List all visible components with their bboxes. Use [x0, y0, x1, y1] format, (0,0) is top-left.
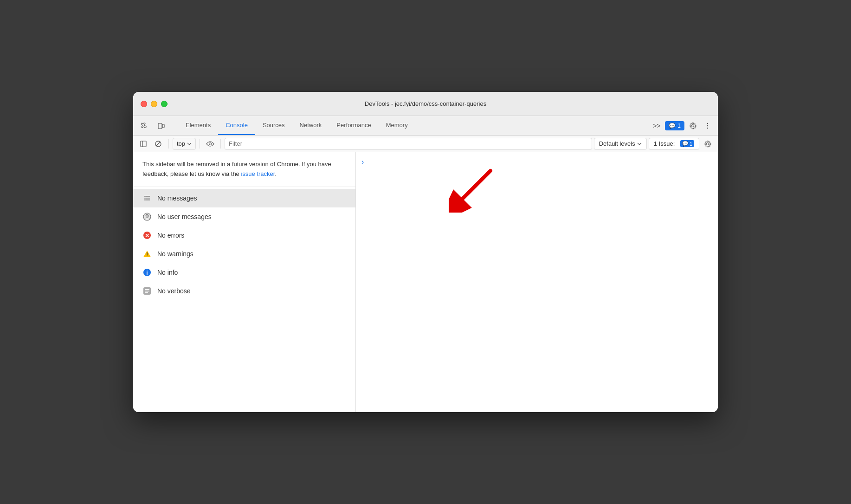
tab-elements[interactable]: Elements	[178, 116, 218, 135]
issue-badge-chat-icon: 💬	[682, 141, 689, 147]
tab-bar: Elements Console Sources Network Perform…	[133, 116, 718, 136]
device-icon[interactable]	[154, 118, 168, 133]
svg-text:!: !	[146, 252, 148, 257]
warning-icon: !	[142, 249, 152, 258]
block-icon[interactable]	[152, 137, 165, 150]
sidebar-item-no-warnings[interactable]: ! No warnings	[133, 245, 355, 263]
tab-bar-right: >> 💬 1	[650, 116, 714, 135]
devtools-window: DevTools - jec.fyi/demo/css-container-qu…	[133, 92, 718, 412]
svg-point-4	[707, 127, 708, 128]
svg-point-15	[146, 214, 148, 217]
svg-rect-11	[146, 198, 150, 199]
sidebar-item-no-user-messages[interactable]: No user messages	[133, 207, 355, 226]
svg-rect-22	[145, 289, 149, 290]
svg-rect-13	[146, 200, 150, 200]
toolbar-divider-2	[200, 139, 200, 149]
sidebar-menu: No messages No user messages	[133, 187, 355, 302]
more-options-icon[interactable]	[701, 119, 714, 132]
minimize-button[interactable]	[151, 101, 157, 107]
no-user-messages-label: No user messages	[157, 213, 212, 220]
sidebar-item-no-verbose[interactable]: No verbose	[133, 282, 355, 300]
issue-badge[interactable]: 💬 1	[665, 121, 684, 130]
svg-rect-23	[145, 291, 149, 291]
user-icon	[142, 212, 152, 221]
issue-badge-count: 1	[677, 123, 681, 129]
svg-rect-12	[144, 200, 146, 200]
sidebar-item-no-messages[interactable]: No messages	[133, 189, 355, 207]
list-icon	[142, 194, 152, 203]
console-output-area: ›	[356, 152, 718, 412]
tab-network[interactable]: Network	[292, 116, 329, 135]
tab-memory[interactable]: Memory	[379, 116, 415, 135]
console-toolbar: top Default levels 1 Issue: 💬 1	[133, 136, 718, 152]
default-levels-selector[interactable]: Default levels	[594, 138, 647, 150]
console-chevron-icon[interactable]: ›	[360, 156, 366, 168]
svg-text:✕: ✕	[145, 232, 149, 239]
toolbar-divider	[168, 139, 169, 149]
tab-bar-left-icons	[137, 116, 174, 135]
svg-rect-24	[145, 292, 148, 293]
svg-rect-9	[146, 196, 150, 197]
sidebar-notice-text-before: This sidebar will be removed in a future…	[142, 161, 331, 177]
issue-count-badge: 💬 1	[680, 140, 694, 147]
svg-rect-0	[158, 123, 162, 129]
title-bar: DevTools - jec.fyi/demo/css-container-qu…	[133, 92, 718, 116]
svg-rect-5	[141, 141, 146, 147]
issue-count-button[interactable]: 1 Issue: 💬 1	[649, 138, 699, 150]
annotation-arrow	[449, 166, 504, 213]
issue-tracker-link[interactable]: issue tracker	[241, 170, 275, 177]
verbose-icon	[142, 286, 152, 296]
svg-text:i: i	[146, 269, 148, 276]
close-button[interactable]	[141, 101, 147, 107]
eye-icon[interactable]	[204, 137, 217, 150]
window-title: DevTools - jec.fyi/demo/css-container-qu…	[365, 100, 486, 107]
sidebar-notice: This sidebar will be removed in a future…	[133, 152, 355, 187]
more-tabs-button[interactable]: >>	[650, 119, 663, 132]
tab-console[interactable]: Console	[218, 116, 255, 135]
maximize-button[interactable]	[161, 101, 168, 107]
console-settings-icon[interactable]	[701, 137, 714, 150]
issue-count-text: 1 Issue:	[654, 140, 675, 147]
issue-badge-icon: 💬	[669, 123, 676, 129]
svg-point-3	[707, 125, 708, 126]
svg-point-7	[209, 142, 212, 145]
main-content: This sidebar will be removed in a future…	[133, 152, 718, 412]
svg-point-2	[707, 123, 708, 123]
filter-input[interactable]	[225, 138, 592, 150]
inspector-icon[interactable]	[137, 118, 152, 133]
svg-rect-8	[144, 196, 146, 197]
top-selector-label: top	[177, 140, 185, 147]
svg-rect-10	[144, 198, 146, 199]
info-icon: i	[142, 268, 152, 277]
settings-icon[interactable]	[686, 119, 699, 132]
svg-rect-1	[162, 124, 164, 128]
no-warnings-label: No warnings	[157, 250, 193, 258]
top-context-selector[interactable]: top	[173, 138, 196, 150]
toolbar-divider-3	[220, 139, 221, 149]
console-sidebar: This sidebar will be removed in a future…	[133, 152, 356, 412]
tab-sources[interactable]: Sources	[255, 116, 292, 135]
no-errors-label: No errors	[157, 232, 184, 239]
no-info-label: No info	[157, 269, 178, 276]
no-messages-label: No messages	[157, 194, 197, 202]
error-icon: ✕	[142, 231, 152, 240]
back-button[interactable]	[137, 137, 150, 150]
traffic-lights	[141, 101, 168, 107]
sidebar-item-no-info[interactable]: i No info	[133, 263, 355, 282]
no-verbose-label: No verbose	[157, 287, 191, 295]
sidebar-notice-text-after: .	[275, 170, 277, 177]
sidebar-item-no-errors[interactable]: ✕ No errors	[133, 226, 355, 245]
tab-performance[interactable]: Performance	[329, 116, 378, 135]
